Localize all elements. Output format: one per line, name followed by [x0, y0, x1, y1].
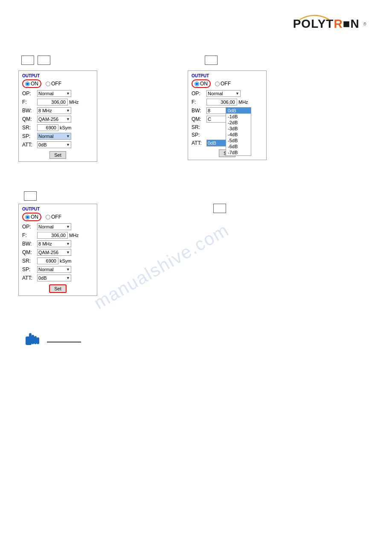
- bw-dropdown-topleft[interactable]: 8 MHz ▼: [37, 107, 71, 114]
- bw-dropdown-bottomleft[interactable]: 8 MHz ▼: [37, 240, 71, 247]
- top-boxes-left: [21, 56, 50, 65]
- f-label-topright: F:: [192, 99, 206, 105]
- op-dropdown-bottomleft[interactable]: Normal ▼: [37, 223, 71, 230]
- radio-off-label-bottomleft: OFF: [51, 214, 61, 220]
- bw-label-topleft: BW:: [22, 108, 37, 114]
- op-label-topright: OP:: [192, 91, 206, 97]
- note-line: [47, 342, 81, 342]
- att-dropdown-bottomleft[interactable]: 0dB ▼: [37, 275, 71, 281]
- sr-value-topleft[interactable]: 6900: [37, 124, 58, 131]
- radio-on-label-bottomleft: ON: [31, 214, 38, 220]
- bw-row-topleft: BW: 8 MHz ▼: [22, 107, 93, 114]
- sp-dropdown-topleft[interactable]: Normal ▼: [37, 133, 71, 140]
- radio-on-input-bottomleft[interactable]: [25, 215, 30, 219]
- qm-dropdown-bottomleft[interactable]: QAM-256 ▼: [37, 249, 71, 256]
- dropdown-item-6db[interactable]: -6dB: [226, 143, 251, 149]
- att-label-bottomleft: ATT:: [22, 275, 37, 281]
- output-label-bottomleft: OUTPUT: [22, 207, 93, 211]
- radio-on-topright[interactable]: ON: [192, 79, 211, 88]
- dropdown-item-7db[interactable]: -7dB: [226, 149, 251, 155]
- sp-row-bottomleft: SP: Normal ▼: [22, 266, 93, 273]
- dropdown-item-2db[interactable]: -2dB: [226, 120, 251, 126]
- sp-dropdown-bottomleft[interactable]: Normal ▼: [37, 266, 71, 273]
- sr-label-topleft: SR:: [22, 125, 37, 131]
- att-dropdown-topleft[interactable]: 0dB ▼: [37, 141, 71, 148]
- sp-label-bottomleft: SP:: [22, 266, 37, 272]
- output-label-topright: OUTPUT: [192, 73, 263, 78]
- radio-off-label-topleft: OFF: [51, 81, 61, 87]
- radio-on-bottomleft[interactable]: ON: [22, 213, 41, 221]
- att-row-bottomleft: ATT: 0dB ▼: [22, 275, 93, 281]
- sr-unit-topleft: kSym: [60, 125, 72, 130]
- svg-rect-3: [34, 336, 37, 344]
- f-row-bottomleft: F: 306,00 MHz: [22, 232, 93, 239]
- radio-on-topleft[interactable]: ON: [22, 79, 41, 88]
- radio-on-input-topright[interactable]: [195, 82, 199, 86]
- att-label-topright: ATT:: [192, 140, 206, 146]
- op-dropdown-topleft[interactable]: Normal ▼: [37, 90, 71, 97]
- radio-row-topright: ON OFF: [192, 79, 263, 88]
- sp-label-topright: SP:: [192, 132, 206, 138]
- op-row-bottomleft: OP: Normal ▼: [22, 223, 93, 230]
- f-unit-topright: MHz: [238, 99, 248, 105]
- dropdown-item-4db[interactable]: -4dB: [226, 132, 251, 138]
- box-bottom-right: [213, 204, 226, 213]
- op-label-topleft: OP:: [22, 91, 37, 97]
- radio-off-input-bottomleft[interactable]: [46, 215, 50, 219]
- sr-unit-bottomleft: kSym: [60, 258, 72, 263]
- qm-label-topleft: QM:: [22, 116, 37, 122]
- qm-row-topleft: QM: QAM-256 ▼: [22, 116, 93, 123]
- bw-row-topright: BW: 8 0dB -1dB -2dB -3dB -4dB -5dB -6dB …: [192, 107, 263, 114]
- op-row-topright: OP: Normal ▼: [192, 90, 263, 97]
- f-unit-bottomleft: MHz: [69, 233, 79, 238]
- dropdown-item-5db[interactable]: -5dB: [226, 138, 251, 143]
- radio-off-bottomleft[interactable]: OFF: [46, 214, 61, 220]
- radio-off-topright[interactable]: OFF: [215, 81, 231, 87]
- dropdown-item-1db[interactable]: -1dB: [226, 114, 251, 120]
- radio-off-topleft[interactable]: OFF: [46, 81, 61, 87]
- svg-rect-1: [29, 333, 32, 344]
- f-row-topleft: F: 306,00 MHz: [22, 99, 93, 105]
- watermark: manualshive.com: [90, 219, 232, 313]
- op-row-topleft: OP: Normal ▼: [22, 90, 93, 97]
- f-value-bottomleft[interactable]: 306,00: [37, 232, 68, 239]
- sr-value-bottomleft[interactable]: 6900: [37, 257, 58, 264]
- sr-label-topright: SR:: [192, 124, 206, 130]
- op-label-bottomleft: OP:: [22, 224, 37, 230]
- qm-label-bottomleft: QM:: [22, 249, 37, 255]
- set-row-topleft: Set: [22, 150, 93, 159]
- qm-row-bottomleft: QM: QAM-256 ▼: [22, 249, 93, 256]
- box-above-bottom: [24, 191, 37, 201]
- svg-rect-4: [37, 337, 39, 344]
- bw-label-topright: BW:: [192, 108, 206, 114]
- set-button-topleft[interactable]: Set: [49, 151, 66, 159]
- registered-mark: ®: [363, 22, 366, 26]
- att-row-topleft: ATT: 0dB ▼: [22, 141, 93, 148]
- radio-row-bottomleft: ON OFF: [22, 213, 93, 221]
- att-dropdown-list-topright[interactable]: 0dB -1dB -2dB -3dB -4dB -5dB -6dB -7dB: [226, 107, 251, 156]
- f-value-topleft[interactable]: 306,00: [37, 99, 68, 105]
- f-value-topright[interactable]: 306,00: [206, 99, 237, 105]
- op-dropdown-topright[interactable]: Normal ▼: [206, 90, 241, 97]
- qm-dropdown-topleft[interactable]: QAM-256 ▼: [37, 116, 71, 123]
- f-row-topright: F: 306,00 MHz: [192, 99, 263, 105]
- top-box-1: [21, 56, 34, 65]
- f-unit-topleft: MHz: [69, 99, 79, 105]
- f-label-bottomleft: F:: [22, 232, 37, 238]
- sr-row-bottomleft: SR: 6900 kSym: [22, 257, 93, 264]
- radio-on-input-topleft[interactable]: [25, 82, 30, 86]
- set-button-bottomleft[interactable]: Set: [49, 284, 67, 293]
- panel-topright: OUTPUT ON OFF OP: Normal ▼ F: 306,00 MHz: [188, 70, 267, 160]
- qm-label-topright: QM:: [192, 116, 206, 122]
- top-box-2: [38, 56, 50, 65]
- svg-rect-2: [32, 335, 34, 344]
- note-area: [26, 333, 81, 351]
- sp-row-topleft: SP: Normal ▼: [22, 133, 93, 140]
- radio-on-label-topleft: ON: [31, 81, 38, 87]
- radio-on-label-topright: ON: [200, 81, 208, 87]
- dropdown-item-0db[interactable]: 0dB: [226, 108, 251, 114]
- panel-bottomleft: OUTPUT ON OFF OP: Normal ▼ F: 306,00 MHz: [18, 204, 97, 296]
- radio-off-input-topleft[interactable]: [46, 82, 50, 86]
- radio-off-input-topright[interactable]: [215, 82, 220, 86]
- dropdown-item-3db[interactable]: -3dB: [226, 126, 251, 132]
